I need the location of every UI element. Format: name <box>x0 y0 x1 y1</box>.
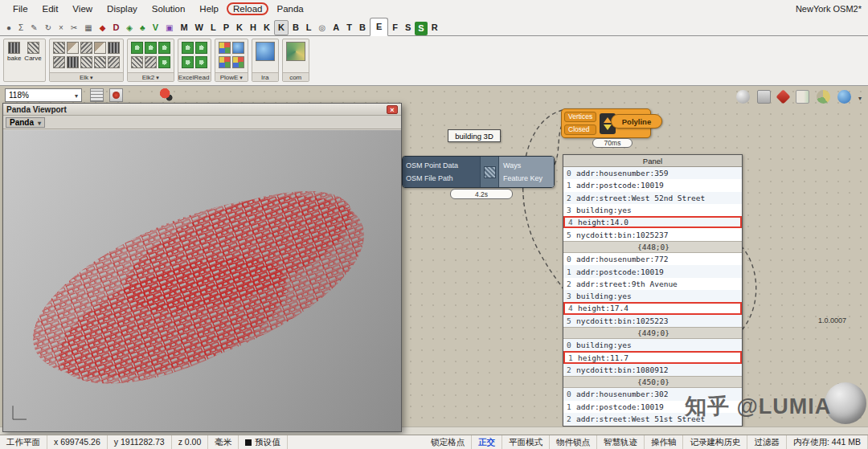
tool-icon[interactable] <box>232 56 244 68</box>
tab[interactable]: D <box>109 20 122 35</box>
tab[interactable]: L <box>207 20 219 35</box>
tool-icon[interactable] <box>158 56 170 68</box>
tab[interactable]: Σ <box>15 21 27 35</box>
tool-icon[interactable] <box>108 56 120 68</box>
tool-icon[interactable] <box>80 42 92 54</box>
osm-input-file-path[interactable]: OSM File Path <box>406 174 477 182</box>
tab[interactable]: S <box>402 20 414 35</box>
tool-icon[interactable] <box>67 56 79 68</box>
layers-icon[interactable] <box>757 90 771 104</box>
tab[interactable]: ● <box>3 21 14 35</box>
excelread-group-label[interactable]: ExcelRead <box>178 72 211 81</box>
osm-output-ways[interactable]: Ways <box>503 161 550 169</box>
panda-viewport-window[interactable]: Panda Viewport × Panda <box>2 103 402 432</box>
carve-button[interactable]: Carve <box>24 42 41 62</box>
tab[interactable]: S <box>415 22 427 35</box>
tool-icon[interactable] <box>67 42 79 54</box>
tab[interactable]: B <box>289 20 302 35</box>
plowe-group-label[interactable]: PlowE <box>215 72 248 81</box>
tab[interactable]: H <box>247 20 260 35</box>
tool-icon[interactable] <box>158 42 170 54</box>
elk2-group-label[interactable]: Elk2 <box>128 72 174 81</box>
menu-item[interactable]: View <box>66 2 99 15</box>
viewport-3d-view[interactable] <box>3 130 401 431</box>
tab[interactable]: B <box>356 20 369 35</box>
osm-component-body[interactable] <box>480 157 499 187</box>
tool-icon[interactable] <box>219 56 231 68</box>
tab[interactable]: K <box>274 20 289 35</box>
tab[interactable]: ◈ <box>123 21 136 35</box>
polyline-input-vertices[interactable]: Vertices <box>564 112 596 122</box>
tab[interactable]: T <box>343 20 355 35</box>
panda-menu-button[interactable]: Panda <box>6 117 45 128</box>
tool-icon[interactable] <box>256 42 275 61</box>
menu-item[interactable]: Edit <box>36 2 65 15</box>
tab[interactable]: K <box>233 20 246 35</box>
status-toggle[interactable]: 物件锁点 <box>550 435 597 449</box>
tab[interactable]: V <box>149 20 162 35</box>
status-toggle[interactable]: 操作轴 <box>645 435 684 449</box>
tab[interactable]: ✂ <box>68 21 80 35</box>
tab[interactable]: ✎ <box>27 21 40 35</box>
pie-display-icon[interactable] <box>817 90 830 104</box>
tool-icon[interactable] <box>131 42 143 54</box>
menu-item[interactable]: Panda <box>270 2 309 15</box>
osm-input-point-data[interactable]: OSM Point Data <box>406 161 477 169</box>
status-toggle[interactable]: 智慧轨迹 <box>597 435 645 449</box>
zoom-select[interactable]: 118% <box>5 88 82 102</box>
status-toggle[interactable]: 记录建构历史 <box>683 435 747 449</box>
tab[interactable]: F <box>389 20 401 35</box>
com-group-label[interactable]: com <box>283 72 309 81</box>
osm-output-feature-key[interactable]: Feature Key <box>503 174 550 182</box>
tool-icon[interactable] <box>145 42 157 54</box>
tab[interactable]: ◎ <box>316 21 330 35</box>
elk-group-label[interactable]: Elk <box>50 72 123 81</box>
gh-panel[interactable]: Panel 0 addr:housenumber:359 1 addr:post… <box>563 154 743 427</box>
tab[interactable]: × <box>55 21 67 35</box>
tool-icon[interactable] <box>182 42 194 54</box>
bake-button[interactable]: bake <box>7 42 21 62</box>
menu-item[interactable]: Solution <box>145 2 192 15</box>
shaded-view-icon[interactable] <box>736 90 750 104</box>
menu-item[interactable]: Reload <box>227 2 268 15</box>
tool-icon[interactable] <box>195 56 207 68</box>
tool-icon[interactable] <box>195 42 207 54</box>
canvas-grid-icon[interactable] <box>90 88 104 102</box>
osm-data-component[interactable]: OSM Point Data OSM File Path Ways Featur… <box>402 156 555 188</box>
tool-icon[interactable] <box>232 42 244 54</box>
materials-icon[interactable] <box>796 90 809 104</box>
close-icon[interactable]: × <box>387 105 398 114</box>
menu-item[interactable]: Display <box>100 2 144 15</box>
building-3d-label[interactable]: building 3D <box>448 129 501 142</box>
tab[interactable]: R <box>428 20 441 35</box>
polyline-capsule[interactable]: Polyline <box>611 114 662 129</box>
status-toggle[interactable]: 内存使用: 441 MB <box>787 435 868 449</box>
paint-icon[interactable] <box>109 88 123 102</box>
chevron-down-icon[interactable] <box>858 89 862 104</box>
menu-item[interactable]: Help <box>193 2 225 15</box>
tab[interactable]: K <box>260 20 273 35</box>
ira-group-label[interactable]: Ira <box>252 72 278 81</box>
polyline-input-closed[interactable]: Closed <box>564 124 596 135</box>
tab[interactable]: ▣ <box>162 21 176 35</box>
tool-icon[interactable] <box>80 56 92 68</box>
tool-icon[interactable] <box>286 42 305 61</box>
status-toggle[interactable]: 正交 <box>472 435 502 449</box>
menu-item[interactable]: File <box>6 2 35 15</box>
tab[interactable]: ♣ <box>137 21 149 35</box>
tool-icon[interactable] <box>94 56 106 68</box>
status-toggle[interactable]: 过滤器 <box>747 435 787 449</box>
tool-icon[interactable] <box>108 42 120 54</box>
tool-icon[interactable] <box>182 56 194 68</box>
tool-icon[interactable] <box>53 56 65 68</box>
globe-icon[interactable] <box>837 90 851 104</box>
viewport-titlebar[interactable]: Panda Viewport × <box>3 104 401 116</box>
tab[interactable]: A <box>330 20 342 35</box>
tab[interactable]: E <box>370 18 388 36</box>
panel-title[interactable]: Panel <box>563 155 742 167</box>
tab[interactable]: M <box>177 20 190 35</box>
tab[interactable]: L <box>303 20 315 35</box>
gem-icon[interactable] <box>776 89 790 104</box>
status-toggle[interactable]: 锁定格点 <box>424 435 472 449</box>
tab[interactable]: P <box>220 20 232 35</box>
